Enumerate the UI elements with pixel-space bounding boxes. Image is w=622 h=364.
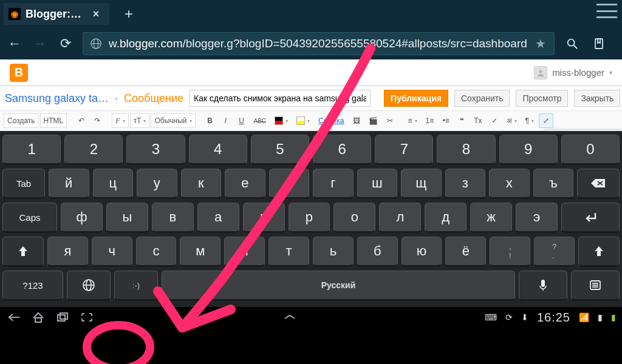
key-space[interactable]: Русский xyxy=(162,271,515,301)
quote-button[interactable]: ❝ xyxy=(454,113,469,128)
key-mic[interactable] xyxy=(519,271,567,301)
browser-tab[interactable]: ◉ Blogger:… × xyxy=(4,3,109,25)
key-7[interactable]: 7 xyxy=(375,135,433,165)
key-8[interactable]: 8 xyxy=(437,135,495,165)
key-б[interactable]: б xyxy=(357,237,398,267)
account-menu[interactable]: miss-blogger ▾ xyxy=(534,66,612,79)
key-д[interactable]: д xyxy=(425,203,466,233)
preview-button[interactable]: Просмотр xyxy=(516,90,568,107)
key-2[interactable]: 2 xyxy=(64,135,123,165)
key-к[interactable]: к xyxy=(181,169,222,199)
back-nav-icon[interactable] xyxy=(6,309,22,325)
bookmark-star-icon[interactable]: ★ xyxy=(532,35,549,52)
search-icon[interactable] xyxy=(563,35,581,53)
key-backspace[interactable] xyxy=(577,169,620,199)
home-nav-icon[interactable] xyxy=(30,309,46,325)
underline-button[interactable]: U xyxy=(234,113,249,128)
spellcheck-button[interactable]: ✓ xyxy=(487,113,502,128)
highlight-color-picker[interactable] xyxy=(293,113,313,128)
expand-notifications-icon[interactable] xyxy=(282,309,298,325)
expand-button[interactable]: ⤢ xyxy=(539,113,553,128)
bookmarks-icon[interactable] xyxy=(590,35,608,53)
key-emoji[interactable]: :-) xyxy=(114,271,158,301)
blog-name-link[interactable]: Samsung galaxy ta… xyxy=(5,92,109,105)
key-с[interactable]: с xyxy=(136,237,177,267)
key-3[interactable]: 3 xyxy=(126,135,185,165)
numbered-list-button[interactable]: 1≡ xyxy=(422,113,438,128)
insert-video-button[interactable]: 🎬 xyxy=(365,113,381,128)
key-щ[interactable]: щ xyxy=(401,169,442,199)
back-button[interactable]: ← xyxy=(6,35,23,52)
key-ь[interactable]: ь xyxy=(313,237,354,267)
key-у[interactable]: у xyxy=(137,169,177,199)
key-4[interactable]: 4 xyxy=(189,135,247,165)
text-direction-button[interactable]: ¶ xyxy=(522,113,538,128)
key-keyboard-settings[interactable] xyxy=(571,271,620,301)
alignment-picker[interactable]: ≡ xyxy=(405,113,421,128)
key-и[interactable]: и xyxy=(224,237,265,267)
key-shift-right[interactable] xyxy=(578,237,620,267)
key-punct-0[interactable]: ,! xyxy=(490,237,530,267)
paragraph-style-picker[interactable]: Обычный xyxy=(151,113,195,128)
key-в[interactable]: в xyxy=(152,203,194,233)
recents-nav-icon[interactable] xyxy=(55,309,70,325)
key-н[interactable]: н xyxy=(269,169,310,199)
menu-icon[interactable] xyxy=(596,4,617,18)
screenshot-nav-icon[interactable] xyxy=(79,309,95,325)
key-ю[interactable]: ю xyxy=(402,237,442,267)
font-size-picker[interactable]: тT xyxy=(130,113,150,128)
key-ш[interactable]: ш xyxy=(357,169,398,199)
undo-button[interactable]: ↶ xyxy=(74,113,89,128)
key-л[interactable]: л xyxy=(379,203,421,233)
key-9[interactable]: 9 xyxy=(499,135,558,165)
close-tab-icon[interactable]: × xyxy=(89,7,103,21)
key-ж[interactable]: ж xyxy=(470,203,512,233)
key-й[interactable]: й xyxy=(49,169,89,199)
key-enter[interactable] xyxy=(561,203,620,233)
key-tab[interactable]: Tab xyxy=(2,169,45,199)
new-tab-button[interactable]: + xyxy=(118,3,140,25)
compose-tab[interactable]: Создать xyxy=(4,113,39,128)
key-о[interactable]: о xyxy=(333,203,375,233)
key-т[interactable]: т xyxy=(268,237,309,267)
key-symbols[interactable]: ?123 xyxy=(2,271,63,301)
url-bar[interactable]: w.blogger.com/blogger.g?blogID=504392025… xyxy=(83,32,555,55)
key-я[interactable]: я xyxy=(47,237,88,267)
key-ч[interactable]: ч xyxy=(92,237,132,267)
bulleted-list-button[interactable]: •≡ xyxy=(439,113,453,128)
italic-button[interactable]: I xyxy=(219,113,233,128)
key-а[interactable]: а xyxy=(197,203,239,233)
key-э[interactable]: э xyxy=(516,203,558,233)
key-5[interactable]: 5 xyxy=(251,135,309,165)
key-1[interactable]: 1 xyxy=(2,135,61,165)
key-ъ[interactable]: ъ xyxy=(533,169,574,199)
key-п[interactable]: п xyxy=(243,203,285,233)
text-color-picker[interactable] xyxy=(271,113,292,128)
blogger-logo-icon[interactable]: B xyxy=(10,64,28,82)
publish-button[interactable]: Публикация xyxy=(384,90,448,107)
key-6[interactable]: 6 xyxy=(313,135,371,165)
key-е[interactable]: е xyxy=(225,169,265,199)
key-shift-left[interactable] xyxy=(2,237,44,267)
key-ё[interactable]: ё xyxy=(445,237,486,267)
key-ф[interactable]: ф xyxy=(61,203,103,233)
link-button[interactable]: Ссылка xyxy=(315,113,347,128)
key-м[interactable]: м xyxy=(180,237,220,267)
key-language[interactable] xyxy=(67,271,111,301)
html-tab[interactable]: HTML xyxy=(40,113,67,128)
key-р[interactable]: р xyxy=(289,203,330,233)
bold-button[interactable]: B xyxy=(203,113,217,128)
key-х[interactable]: х xyxy=(489,169,530,199)
insert-image-button[interactable]: 🖼 xyxy=(349,113,364,128)
key-punct-1[interactable]: ?. xyxy=(534,237,575,267)
remove-formatting-button[interactable]: Tx xyxy=(470,113,485,128)
close-button[interactable]: Закрыть xyxy=(574,90,620,107)
key-ц[interactable]: ц xyxy=(93,169,134,199)
key-г[interactable]: г xyxy=(313,169,354,199)
save-button[interactable]: Сохранить xyxy=(454,90,510,107)
redo-button[interactable]: ↷ xyxy=(90,113,104,128)
strikethrough-button[interactable]: ABC xyxy=(250,113,270,128)
key-0[interactable]: 0 xyxy=(561,135,620,165)
post-title-input[interactable] xyxy=(190,90,371,107)
insert-jumpbreak-button[interactable]: ✂ xyxy=(383,113,397,128)
